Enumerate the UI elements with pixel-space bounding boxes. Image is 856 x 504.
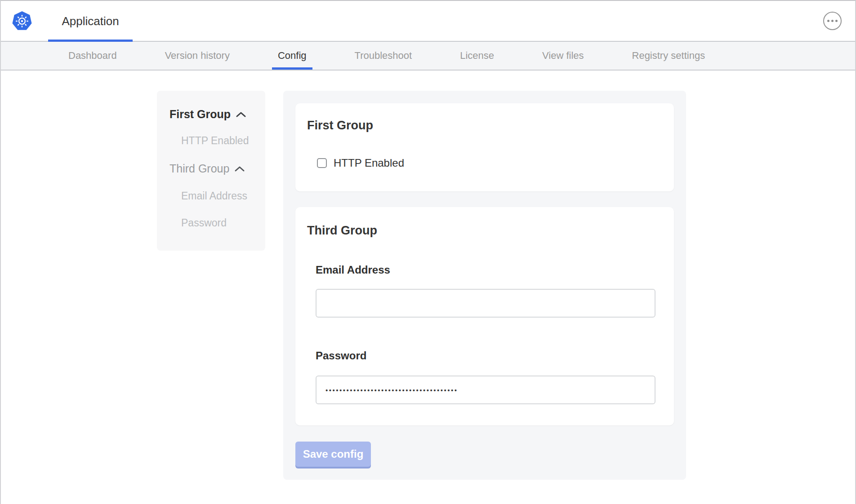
kubernetes-logo-icon: [12, 10, 32, 32]
chevron-up-icon[interactable]: [234, 165, 245, 172]
sidebar-group-label: First Group: [169, 107, 231, 121]
password-input[interactable]: [316, 376, 655, 404]
save-config-button[interactable]: Save config: [295, 442, 371, 467]
field-label: Password: [316, 349, 674, 362]
tab-label: Troubleshoot: [355, 50, 412, 62]
tab-config[interactable]: Config: [272, 42, 312, 70]
email-address-field: Email Address: [316, 264, 674, 318]
config-group-card-third: Third Group Email Address Password: [295, 207, 674, 425]
app-tab-label: Application: [62, 14, 119, 28]
group-title: First Group: [307, 118, 674, 133]
tab-label: Dashboard: [68, 50, 117, 62]
sidebar-item-label: HTTP Enabled: [181, 135, 249, 146]
config-panel: First Group HTTP Enabled Third Group Ema…: [283, 91, 686, 480]
sidebar-item-email-address[interactable]: Email Address: [169, 190, 265, 202]
tab-application[interactable]: Application: [48, 1, 133, 42]
tab-registry-settings[interactable]: Registry settings: [626, 42, 711, 70]
sidebar-item-label: Email Address: [181, 190, 247, 202]
overflow-menu-button[interactable]: [823, 12, 842, 30]
ellipsis-icon: [827, 20, 838, 22]
sidebar-item-http-enabled[interactable]: HTTP Enabled: [169, 134, 265, 147]
http-enabled-checkbox[interactable]: [317, 158, 327, 168]
http-enabled-field: HTTP Enabled: [317, 157, 674, 169]
tab-dashboard[interactable]: Dashboard: [62, 42, 123, 70]
tab-label: View files: [542, 50, 584, 62]
tab-license[interactable]: License: [454, 42, 500, 70]
tab-label: Version history: [165, 50, 230, 62]
config-group-card-first: First Group HTTP Enabled: [295, 103, 674, 191]
field-label: Email Address: [316, 264, 674, 276]
tab-troubleshoot[interactable]: Troubleshoot: [349, 42, 418, 70]
app-navbar: Dashboard Version history Config Trouble…: [1, 42, 855, 71]
tab-view-files[interactable]: View files: [536, 42, 590, 70]
group-title: Third Group: [307, 223, 674, 238]
tab-label: License: [460, 50, 494, 62]
tab-label: Config: [278, 50, 307, 62]
sidebar-group-label: Third Group: [169, 162, 229, 175]
sidebar-group-first-group[interactable]: First Group: [169, 107, 265, 121]
active-tab-underline: [272, 67, 312, 70]
checkbox-label[interactable]: HTTP Enabled: [334, 157, 404, 169]
chevron-up-icon[interactable]: [236, 111, 246, 118]
tab-version-history[interactable]: Version history: [159, 42, 236, 70]
app-header: Application: [1, 1, 855, 42]
sidebar-group-third-group[interactable]: Third Group: [169, 162, 265, 175]
sidebar-item-label: Password: [181, 217, 227, 229]
config-sidebar: First Group HTTP Enabled Third Group Ema…: [157, 91, 265, 251]
email-address-input[interactable]: [316, 289, 655, 318]
tab-label: Registry settings: [632, 50, 705, 62]
password-field: Password: [316, 349, 674, 404]
sidebar-item-password[interactable]: Password: [169, 217, 265, 229]
